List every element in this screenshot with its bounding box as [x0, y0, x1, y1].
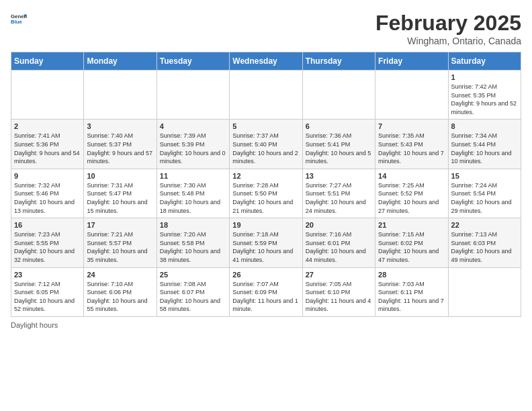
- calendar-cell: 18Sunrise: 7:20 AM Sunset: 5:58 PM Dayli…: [157, 218, 229, 267]
- day-info: Sunrise: 7:16 AM Sunset: 6:01 PM Dayligh…: [306, 230, 372, 264]
- day-number: 3: [87, 122, 153, 130]
- day-info: Sunrise: 7:03 AM Sunset: 6:11 PM Dayligh…: [378, 280, 445, 314]
- calendar-cell: [302, 71, 375, 120]
- day-number: 5: [232, 122, 299, 130]
- weekday-header-monday: Monday: [84, 52, 157, 71]
- day-number: 18: [160, 221, 226, 229]
- calendar-cell: 15Sunrise: 7:24 AM Sunset: 5:54 PM Dayli…: [448, 169, 521, 218]
- day-info: Sunrise: 7:18 AM Sunset: 5:59 PM Dayligh…: [232, 230, 299, 264]
- day-number: 15: [451, 172, 518, 180]
- calendar-cell: [84, 71, 157, 120]
- calendar-cell: 23Sunrise: 7:12 AM Sunset: 6:05 PM Dayli…: [11, 267, 84, 316]
- day-info: Sunrise: 7:36 AM Sunset: 5:41 PM Dayligh…: [306, 132, 372, 165]
- calendar-cell: 7Sunrise: 7:35 AM Sunset: 5:43 PM Daylig…: [375, 120, 448, 169]
- calendar-cell: 26Sunrise: 7:07 AM Sunset: 6:09 PM Dayli…: [230, 267, 302, 316]
- day-info: Sunrise: 7:24 AM Sunset: 5:54 PM Dayligh…: [451, 181, 518, 215]
- day-number: 11: [160, 172, 226, 180]
- day-number: 26: [232, 271, 299, 279]
- calendar-cell: 13Sunrise: 7:27 AM Sunset: 5:51 PM Dayli…: [302, 169, 375, 218]
- calendar-cell: 5Sunrise: 7:37 AM Sunset: 5:40 PM Daylig…: [230, 120, 302, 169]
- calendar-cell: 4Sunrise: 7:39 AM Sunset: 5:39 PM Daylig…: [157, 120, 229, 169]
- day-number: 24: [87, 271, 153, 279]
- day-number: 20: [306, 221, 372, 229]
- calendar-cell: 28Sunrise: 7:03 AM Sunset: 6:11 PM Dayli…: [375, 267, 448, 316]
- day-number: 4: [160, 122, 226, 130]
- day-info: Sunrise: 7:32 AM Sunset: 5:46 PM Dayligh…: [14, 181, 81, 215]
- calendar-cell: 1Sunrise: 7:42 AM Sunset: 5:35 PM Daylig…: [448, 71, 521, 120]
- day-number: 7: [378, 122, 445, 130]
- calendar-cell: 27Sunrise: 7:05 AM Sunset: 6:10 PM Dayli…: [302, 267, 375, 316]
- day-number: 16: [14, 221, 81, 229]
- calendar-cell: [448, 267, 521, 316]
- day-number: 25: [160, 271, 226, 279]
- footer-note: Daylight hours: [11, 321, 521, 329]
- calendar-cell: 16Sunrise: 7:23 AM Sunset: 5:55 PM Dayli…: [11, 218, 84, 267]
- logo: General Blue: [11, 11, 27, 27]
- calendar-cell: 10Sunrise: 7:31 AM Sunset: 5:47 PM Dayli…: [84, 169, 157, 218]
- day-info: Sunrise: 7:13 AM Sunset: 6:03 PM Dayligh…: [451, 230, 518, 264]
- weekday-header-sunday: Sunday: [11, 52, 84, 71]
- calendar-cell: 12Sunrise: 7:28 AM Sunset: 5:50 PM Dayli…: [230, 169, 302, 218]
- day-number: 19: [232, 221, 299, 229]
- calendar-cell: 22Sunrise: 7:13 AM Sunset: 6:03 PM Dayli…: [448, 218, 521, 267]
- day-number: 10: [87, 172, 153, 180]
- day-info: Sunrise: 7:35 AM Sunset: 5:43 PM Dayligh…: [378, 132, 445, 165]
- day-number: 17: [87, 221, 153, 229]
- svg-text:Blue: Blue: [11, 19, 23, 25]
- day-info: Sunrise: 7:34 AM Sunset: 5:44 PM Dayligh…: [451, 132, 518, 165]
- day-info: Sunrise: 7:41 AM Sunset: 5:36 PM Dayligh…: [14, 132, 81, 165]
- day-info: Sunrise: 7:20 AM Sunset: 5:58 PM Dayligh…: [160, 230, 226, 264]
- calendar-cell: 2Sunrise: 7:41 AM Sunset: 5:36 PM Daylig…: [11, 120, 84, 169]
- day-number: 27: [306, 271, 372, 279]
- weekday-header-tuesday: Tuesday: [157, 52, 229, 71]
- day-info: Sunrise: 7:28 AM Sunset: 5:50 PM Dayligh…: [232, 181, 299, 215]
- day-info: Sunrise: 7:21 AM Sunset: 5:57 PM Dayligh…: [87, 230, 153, 264]
- day-number: 6: [306, 122, 372, 130]
- weekday-header-friday: Friday: [375, 52, 448, 71]
- day-info: Sunrise: 7:07 AM Sunset: 6:09 PM Dayligh…: [232, 280, 299, 314]
- day-info: Sunrise: 7:39 AM Sunset: 5:39 PM Dayligh…: [160, 132, 226, 165]
- weekday-header-thursday: Thursday: [302, 52, 375, 71]
- day-number: 1: [451, 73, 518, 81]
- day-info: Sunrise: 7:12 AM Sunset: 6:05 PM Dayligh…: [14, 280, 81, 314]
- day-info: Sunrise: 7:40 AM Sunset: 5:37 PM Dayligh…: [87, 132, 153, 165]
- calendar-cell: 25Sunrise: 7:08 AM Sunset: 6:07 PM Dayli…: [157, 267, 229, 316]
- day-info: Sunrise: 7:15 AM Sunset: 6:02 PM Dayligh…: [378, 230, 445, 264]
- calendar-cell: 3Sunrise: 7:40 AM Sunset: 5:37 PM Daylig…: [84, 120, 157, 169]
- calendar: SundayMondayTuesdayWednesdayThursdayFrid…: [11, 52, 521, 317]
- day-number: 23: [14, 271, 81, 279]
- day-number: 8: [451, 122, 518, 130]
- day-info: Sunrise: 7:05 AM Sunset: 6:10 PM Dayligh…: [306, 280, 372, 314]
- day-number: 14: [378, 172, 445, 180]
- day-number: 13: [306, 172, 372, 180]
- calendar-cell: [11, 71, 84, 120]
- calendar-cell: 24Sunrise: 7:10 AM Sunset: 6:06 PM Dayli…: [84, 267, 157, 316]
- weekday-header-wednesday: Wednesday: [230, 52, 302, 71]
- logo-icon: General Blue: [11, 11, 27, 27]
- day-number: 2: [14, 122, 81, 130]
- day-info: Sunrise: 7:42 AM Sunset: 5:35 PM Dayligh…: [451, 83, 518, 116]
- calendar-cell: [375, 71, 448, 120]
- location: Wingham, Ontario, Canada: [375, 36, 521, 46]
- calendar-cell: 14Sunrise: 7:25 AM Sunset: 5:52 PM Dayli…: [375, 169, 448, 218]
- calendar-cell: [157, 71, 229, 120]
- day-number: 28: [378, 271, 445, 279]
- calendar-cell: 19Sunrise: 7:18 AM Sunset: 5:59 PM Dayli…: [230, 218, 302, 267]
- day-number: 9: [14, 172, 81, 180]
- day-number: 21: [378, 221, 445, 229]
- day-info: Sunrise: 7:23 AM Sunset: 5:55 PM Dayligh…: [14, 230, 81, 264]
- day-info: Sunrise: 7:25 AM Sunset: 5:52 PM Dayligh…: [378, 181, 445, 215]
- calendar-cell: 6Sunrise: 7:36 AM Sunset: 5:41 PM Daylig…: [302, 120, 375, 169]
- calendar-cell: 9Sunrise: 7:32 AM Sunset: 5:46 PM Daylig…: [11, 169, 84, 218]
- calendar-cell: 21Sunrise: 7:15 AM Sunset: 6:02 PM Dayli…: [375, 218, 448, 267]
- calendar-cell: 8Sunrise: 7:34 AM Sunset: 5:44 PM Daylig…: [448, 120, 521, 169]
- title-block: February 2025 Wingham, Ontario, Canada: [375, 11, 521, 46]
- day-info: Sunrise: 7:31 AM Sunset: 5:47 PM Dayligh…: [87, 181, 153, 215]
- day-number: 22: [451, 221, 518, 229]
- calendar-cell: 20Sunrise: 7:16 AM Sunset: 6:01 PM Dayli…: [302, 218, 375, 267]
- calendar-cell: 11Sunrise: 7:30 AM Sunset: 5:48 PM Dayli…: [157, 169, 229, 218]
- calendar-cell: [230, 71, 302, 120]
- day-info: Sunrise: 7:30 AM Sunset: 5:48 PM Dayligh…: [160, 181, 226, 215]
- day-number: 12: [232, 172, 299, 180]
- day-info: Sunrise: 7:37 AM Sunset: 5:40 PM Dayligh…: [232, 132, 299, 165]
